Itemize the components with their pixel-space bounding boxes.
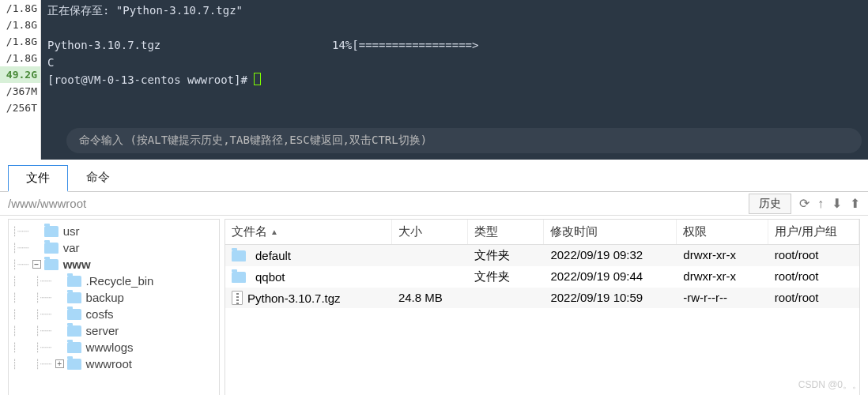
- disk-row: /256T: [0, 100, 40, 116]
- tree-label: cosfs: [86, 307, 114, 321]
- folder-icon: [67, 342, 81, 353]
- file-type: [468, 288, 544, 308]
- tab-files[interactable]: 文件: [8, 165, 68, 192]
- up-icon[interactable]: ↑: [817, 197, 824, 211]
- folder-icon: [232, 272, 246, 283]
- file-type: 文件夹: [468, 266, 544, 288]
- disk-row: /1.8G: [0, 0, 40, 17]
- file-header[interactable]: 文件名 ▲ 大小 类型 修改时间 权限 用户/用户组: [225, 220, 859, 245]
- tree-label: server: [86, 324, 119, 337]
- collapse-icon[interactable]: −: [32, 260, 41, 269]
- folder-tree[interactable]: ┊┈┈usr┊┈┈var┊┈┈−www┊ ┊┈┈.Recycle_bin┊ ┊┈…: [8, 219, 220, 395]
- upload-icon[interactable]: ⬆: [850, 196, 860, 211]
- tree-item[interactable]: ┊ ┊┈┈.Recycle_bin: [9, 273, 219, 289]
- tree-item[interactable]: ┊ ┊┈┈server: [9, 322, 219, 339]
- folder-icon: [67, 309, 81, 320]
- terminal-output: 正在保存至: "Python-3.10.7.tgz" Python-3.10.7…: [41, 2, 868, 123]
- file-type: 文件夹: [468, 245, 544, 266]
- tree-label: wwwlogs: [86, 340, 134, 354]
- expand-icon[interactable]: +: [55, 359, 64, 368]
- terminal[interactable]: 正在保存至: "Python-3.10.7.tgz" Python-3.10.7…: [41, 0, 868, 160]
- file-owner: root/root: [768, 245, 859, 266]
- tree-item[interactable]: ┊ ┊┈┈wwwlogs: [9, 339, 219, 356]
- folder-icon: [44, 259, 58, 270]
- file-size: [392, 266, 468, 288]
- tree-item[interactable]: ┊ ┊┈┈+wwwroot: [9, 356, 219, 372]
- folder-icon: [232, 250, 246, 261]
- file-name: Python-3.10.7.tgz: [247, 292, 341, 305]
- folder-icon: [44, 226, 58, 237]
- file-list[interactable]: 文件名 ▲ 大小 类型 修改时间 权限 用户/用户组 default文件夹202…: [225, 219, 860, 395]
- file-name: qqbot: [255, 270, 285, 284]
- tree-item[interactable]: ┊┈┈−www: [9, 256, 219, 273]
- file-size: [392, 245, 468, 266]
- command-input[interactable]: 命令输入 (按ALT键提示历史,TAB键路径,ESC键返回,双击CTRL切换): [66, 128, 862, 153]
- folder-icon: [67, 292, 81, 303]
- file-owner: root/root: [768, 288, 859, 308]
- file-row[interactable]: qqbot文件夹2022/09/19 09:44drwxr-xr-xroot/r…: [225, 266, 859, 288]
- watermark: CSDN @0。。: [798, 378, 862, 392]
- tree-item[interactable]: ┊ ┊┈┈backup: [9, 289, 219, 306]
- panel-tabs: 文件 命令: [0, 164, 868, 192]
- tab-command[interactable]: 命令: [68, 164, 128, 191]
- tree-item[interactable]: ┊┈┈usr: [9, 223, 219, 239]
- disk-row: /1.8G: [0, 17, 40, 33]
- refresh-icon[interactable]: ⟳: [799, 196, 810, 211]
- tree-label: usr: [63, 224, 80, 238]
- file-perm: drwxr-xr-x: [677, 266, 768, 288]
- download-icon[interactable]: ⬇: [832, 196, 842, 211]
- file-row[interactable]: Python-3.10.7.tgz24.8 MB2022/09/19 10:59…: [225, 288, 859, 308]
- tree-label: var: [63, 241, 80, 254]
- path-input[interactable]: [0, 192, 741, 215]
- file-size: 24.8 MB: [392, 288, 468, 308]
- tree-item[interactable]: ┊ ┊┈┈cosfs: [9, 306, 219, 322]
- folder-icon: [44, 243, 58, 254]
- disk-usage-sidebar: /1.8G/1.8G/1.8G/1.8G49.2G/367M/256T: [0, 0, 41, 160]
- file-perm: drwxr-xr-x: [677, 245, 768, 266]
- folder-icon: [67, 325, 81, 337]
- tree-label: wwwroot: [86, 357, 132, 371]
- file-perm: -rw-r--r--: [677, 288, 768, 308]
- tree-label: www: [63, 258, 91, 271]
- history-button[interactable]: 历史: [749, 194, 791, 214]
- file-owner: root/root: [768, 266, 859, 288]
- file-mtime: 2022/09/19 10:59: [544, 288, 677, 308]
- disk-row: 49.2G: [0, 66, 40, 83]
- disk-row: /1.8G: [0, 33, 40, 50]
- tree-label: backup: [86, 291, 124, 304]
- file-name: default: [255, 249, 291, 262]
- sort-asc-icon[interactable]: ▲: [270, 228, 278, 236]
- tree-item[interactable]: ┊┈┈var: [9, 239, 219, 256]
- file-mtime: 2022/09/19 09:32: [544, 245, 677, 266]
- folder-icon: [67, 276, 81, 287]
- disk-row: /1.8G: [0, 50, 40, 66]
- file-mtime: 2022/09/19 09:44: [544, 266, 677, 288]
- folder-icon: [67, 359, 81, 370]
- disk-row: /367M: [0, 83, 40, 100]
- cursor-icon: [254, 73, 261, 85]
- archive-icon: [232, 291, 243, 305]
- tree-label: .Recycle_bin: [86, 274, 154, 288]
- file-row[interactable]: default文件夹2022/09/19 09:32drwxr-xr-xroot…: [225, 245, 859, 266]
